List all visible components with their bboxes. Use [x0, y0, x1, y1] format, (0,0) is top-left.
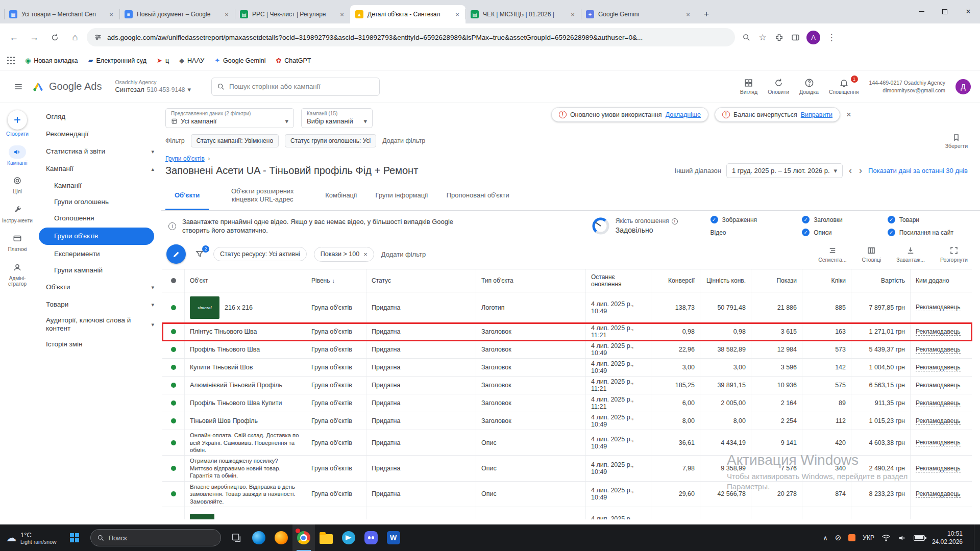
tray-status-icon[interactable]: [835, 533, 842, 542]
col-type[interactable]: Тип об'єкта: [476, 269, 586, 292]
tab-close-icon[interactable]: [569, 10, 577, 18]
col-conversions[interactable]: Конверсії: [651, 269, 700, 292]
show-desktop-button[interactable]: [974, 524, 977, 551]
bookmark-item[interactable]: ◆ НААУ: [179, 57, 204, 64]
table-row[interactable]: sintezal 216 x 216 Група об'єктів Придат…: [162, 292, 972, 323]
segment-button[interactable]: Сегмента...: [818, 246, 846, 263]
nav-item[interactable]: Огляд: [35, 108, 161, 126]
rail-item-tools[interactable]: Інстру-менти: [2, 203, 33, 224]
col-level[interactable]: Рівень: [306, 269, 366, 292]
reload-button[interactable]: [46, 29, 63, 46]
campaign-selector[interactable]: Кампанії (15) Вибір кампаній: [301, 108, 373, 128]
tab-close-icon[interactable]: [223, 10, 231, 18]
window-minimize-button[interactable]: [910, 0, 933, 23]
col-conv-value[interactable]: Цінність конв.: [700, 269, 751, 292]
table-row[interactable]: Тіньовий Шов Профіль Група об'єктів Прид…: [162, 412, 972, 430]
page-tab[interactable]: Пропоновані об'єкти: [437, 182, 519, 211]
chrome-button[interactable]: [292, 524, 315, 551]
nav-item[interactable]: Історія змін: [35, 336, 161, 353]
nav-item[interactable]: Експерименти: [35, 246, 161, 262]
language-indicator[interactable]: УКР: [863, 534, 874, 541]
nav-item[interactable]: Рекомендації: [35, 126, 161, 143]
clock[interactable]: 10:51 24.02.2026: [932, 530, 967, 546]
col-added-by[interactable]: Ким додано: [911, 269, 972, 292]
browser-tab[interactable]: ≡ Новый документ – Google: [119, 5, 235, 23]
rail-item-goals[interactable]: Цілі: [2, 174, 33, 195]
task-view-button[interactable]: [225, 524, 248, 551]
download-button[interactable]: Завантаж...: [896, 246, 925, 263]
file-explorer-button[interactable]: [315, 524, 337, 551]
page-tab[interactable]: Групи інформації: [366, 182, 437, 211]
alert-terms-link[interactable]: Докладніше: [666, 111, 701, 118]
last-30-days-link[interactable]: Показати дані за останні 30 днів: [868, 167, 968, 174]
alert-balance-link[interactable]: Виправити: [801, 111, 832, 118]
page-tab[interactable]: Об'єкти розширених кінцевих URL-адрес: [209, 182, 316, 211]
battery-icon[interactable]: [914, 535, 925, 541]
bookmark-star-icon[interactable]: [757, 32, 768, 42]
add-filter-button[interactable]: Додати фільтр: [381, 251, 426, 258]
page-tab[interactable]: Об'єкти: [165, 182, 209, 211]
info-icon[interactable]: [672, 218, 678, 224]
forward-button[interactable]: [26, 29, 43, 46]
columns-button[interactable]: Стовпці: [862, 246, 881, 263]
rail-item-billing[interactable]: Платежі: [2, 232, 33, 253]
browser-tab[interactable]: ✦ Google Gemini: [581, 5, 696, 23]
table-row[interactable]: Профіль Тіньового Шва Купити Група об'єк…: [162, 394, 972, 412]
notifications-button[interactable]: 1 Сповіщення: [829, 78, 859, 95]
extensions-icon[interactable]: [774, 32, 784, 42]
start-button[interactable]: [63, 524, 86, 551]
firefox-button[interactable]: [270, 524, 292, 551]
filter-chip-campaign-status[interactable]: Статус кампанії: Увімкнено: [191, 134, 279, 147]
browser-profile-avatar[interactable]: А: [806, 31, 820, 44]
tray-pen-icon[interactable]: [848, 534, 855, 541]
hamburger-menu-icon[interactable]: [9, 78, 28, 96]
help-button[interactable]: Довідка: [799, 78, 819, 95]
window-maximize-button[interactable]: [933, 0, 957, 23]
table-row[interactable]: Власне виробництво. Відправка в день зам…: [162, 482, 972, 507]
browser-tab[interactable]: ▤ ЧЕК | МІСЯЦЬ | 01.2026 |: [465, 5, 581, 23]
expand-button[interactable]: Розгорнути: [940, 246, 968, 263]
zoom-icon[interactable]: [741, 32, 751, 42]
table-row[interactable]: sintezal 371 x 371 Група об'єктів Придат…: [162, 507, 972, 519]
edit-button[interactable]: [166, 244, 186, 264]
table-row[interactable]: Купити Тіньовий Шов Група об'єктів Прида…: [162, 359, 972, 377]
window-close-button[interactable]: [957, 0, 980, 23]
side-panel-icon[interactable]: [790, 32, 800, 42]
bookmark-item[interactable]: ✿ ChatGPT: [276, 57, 311, 64]
word-button[interactable]: [382, 524, 405, 551]
edge-button[interactable]: [248, 524, 270, 551]
nav-item[interactable]: Групи оголошень: [35, 194, 161, 210]
browser-tab[interactable]: ▤ PPC | Чек-лист | Регулярн: [235, 5, 350, 23]
col-updated[interactable]: Останнє оновлення: [586, 269, 651, 292]
tab-close-icon[interactable]: [107, 10, 115, 18]
create-button[interactable]: Створити: [2, 110, 33, 137]
browser-tab[interactable]: ▦ Усі товари – Merchant Cen: [4, 5, 119, 23]
nav-item[interactable]: Групи кампаній: [35, 262, 161, 279]
range-prev-button[interactable]: [848, 165, 853, 176]
col-impressions[interactable]: Покази: [751, 269, 802, 292]
bookmark-item[interactable]: ➤ ц: [157, 57, 169, 64]
tab-close-icon[interactable]: [338, 10, 346, 18]
filter-chip-adgroup-status[interactable]: Статус групи оголошень: Усі: [285, 134, 376, 147]
tune-icon[interactable]: [94, 33, 102, 41]
chip-impressions-filter[interactable]: Покази > 100: [314, 247, 374, 262]
new-tab-button[interactable]: [699, 7, 714, 21]
breadcrumb-link[interactable]: Групи об'єктів: [165, 155, 205, 162]
ads-search-field[interactable]: Пошук сторінки або кампанії: [211, 78, 380, 96]
discord-button[interactable]: [360, 524, 382, 551]
table-row[interactable]: Онлайн-оплата. Свій склад. Доставка по в…: [162, 430, 972, 456]
bookmark-item[interactable]: ◉ Новая вкладка: [25, 57, 78, 64]
account-selector[interactable]: Osadchiy Agency Синтезал 510-453-9148: [115, 79, 191, 94]
refresh-button[interactable]: Оновити: [768, 78, 789, 95]
bookmark-item[interactable]: ✦ Google Gemini: [214, 57, 265, 64]
appearance-button[interactable]: Вигляд: [740, 78, 757, 95]
wifi-icon[interactable]: [881, 534, 891, 542]
date-range-picker[interactable]: 1 груд. 2025 р. – 15 лют. 2026 р.: [726, 163, 843, 178]
nav-item[interactable]: Кампанії: [35, 178, 161, 194]
table-row[interactable]: Плінтус Тіньового Шва Група об'єктів При…: [162, 323, 972, 341]
col-status[interactable]: Статус: [366, 269, 476, 292]
filter-funnel-button[interactable]: 2: [193, 247, 206, 261]
nav-item[interactable]: Аудиторії, ключові слова й контент ▾: [35, 313, 161, 336]
browser-tab[interactable]: ▲ Деталі об'єкта - Синтезал: [350, 5, 465, 23]
col-object[interactable]: Об'єкт: [185, 269, 306, 292]
